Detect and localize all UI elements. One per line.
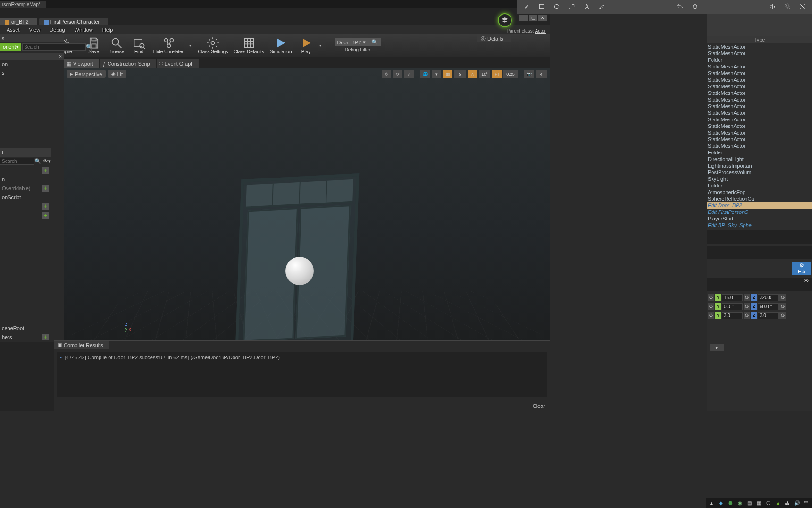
outliner-item[interactable]: StaticMeshActor bbox=[707, 110, 812, 116]
simulation-button[interactable]: Simulation bbox=[267, 35, 295, 55]
square-icon[interactable] bbox=[538, 3, 545, 11]
tray-icon[interactable]: ⬣ bbox=[728, 500, 733, 506]
add-variable-button[interactable]: + bbox=[42, 212, 49, 219]
rotation-y-input[interactable] bbox=[722, 303, 743, 310]
compiler-results-tab[interactable]: ▣Compiler Results bbox=[54, 341, 109, 349]
outliner-item[interactable]: Folder bbox=[707, 182, 812, 189]
tray-icon[interactable]: ⬡ bbox=[766, 500, 771, 506]
minimize-button[interactable]: — bbox=[519, 15, 528, 21]
column-header-type[interactable]: Type bbox=[707, 36, 812, 43]
tray-network-icon[interactable]: 🖧 bbox=[785, 500, 790, 506]
transform-move-button[interactable]: ✥ bbox=[382, 70, 391, 78]
search-icon[interactable]: 🔍 bbox=[34, 158, 41, 164]
add-dispatcher-button[interactable]: + bbox=[42, 334, 49, 340]
outliner-item[interactable]: StaticMeshActor bbox=[707, 76, 812, 83]
location-z-input[interactable] bbox=[758, 294, 779, 301]
add-macro-button[interactable]: + bbox=[42, 203, 49, 210]
dispatchers-header[interactable]: hers+ bbox=[0, 332, 51, 342]
menu-asset[interactable]: Asset bbox=[2, 26, 25, 34]
outliner-item[interactable]: StaticMeshActor bbox=[707, 129, 812, 136]
speaker-icon[interactable] bbox=[769, 3, 776, 11]
outliner-item[interactable]: StaticMeshActor bbox=[707, 116, 812, 123]
pencil-icon[interactable] bbox=[523, 3, 530, 11]
outliner-item[interactable]: StaticMeshActor bbox=[707, 70, 812, 76]
scale-y-input[interactable] bbox=[722, 312, 743, 319]
spinner-icon[interactable]: ⟳ bbox=[708, 294, 714, 301]
trash-icon[interactable] bbox=[691, 3, 699, 11]
outliner-item[interactable]: PostProcessVolum bbox=[707, 169, 812, 176]
scale-snap-toggle[interactable]: ◰ bbox=[492, 70, 502, 78]
play-dropdown[interactable] bbox=[318, 43, 323, 48]
list-item[interactable]: ceneRoot bbox=[0, 324, 51, 332]
text-icon[interactable] bbox=[583, 3, 591, 11]
outliner-item[interactable]: StaticMeshActor bbox=[707, 136, 812, 143]
dropdown-caret[interactable]: ▾ bbox=[710, 344, 724, 351]
tray-icon[interactable]: ◉ bbox=[737, 500, 743, 506]
tray-icon[interactable]: ▤ bbox=[746, 500, 752, 506]
perspective-dropdown[interactable]: ▸Perspective bbox=[67, 70, 106, 78]
grid-snap-value[interactable]: 5 bbox=[454, 70, 466, 78]
hide-dropdown[interactable] bbox=[187, 43, 193, 48]
level-tab[interactable]: rsonExampleMap* bbox=[0, 1, 46, 8]
list-item[interactable]: onScript bbox=[0, 193, 51, 202]
tab-construction-script[interactable]: ƒConstruction Scrip bbox=[100, 59, 156, 68]
list-item[interactable]: n bbox=[0, 175, 51, 184]
panel-subtab[interactable]: t bbox=[0, 148, 51, 157]
class-settings-button[interactable]: Class Settings bbox=[195, 35, 231, 55]
debug-filter-dropdown[interactable]: Door_BP2▾🔍 bbox=[335, 38, 381, 46]
camera-speed-value[interactable]: 4 bbox=[536, 70, 547, 78]
tab-firstpersoncharacter[interactable]: FirstPersonCharacter bbox=[39, 18, 109, 25]
close-icon[interactable]: × bbox=[59, 54, 62, 59]
highlighter-icon[interactable] bbox=[598, 3, 606, 11]
menu-window[interactable]: Window bbox=[70, 26, 98, 34]
outliner-item[interactable]: PlayerStart bbox=[707, 215, 812, 222]
grid-snap-toggle[interactable]: ▦ bbox=[443, 70, 452, 78]
outliner-item[interactable]: StaticMeshActor bbox=[707, 63, 812, 70]
outliner-item[interactable]: DirectionalLight bbox=[707, 156, 812, 162]
add-component-button[interactable]: onent▾ bbox=[0, 43, 21, 51]
parent-class-link[interactable]: Actor bbox=[535, 28, 546, 34]
camera-speed-button[interactable]: 📷 bbox=[524, 70, 534, 78]
menu-view[interactable]: View bbox=[25, 26, 45, 34]
eye-icon[interactable]: 👁▾ bbox=[43, 158, 51, 164]
maximize-button[interactable]: ▢ bbox=[529, 15, 537, 21]
component-search-input[interactable] bbox=[22, 43, 86, 51]
mic-mute-icon[interactable] bbox=[784, 3, 791, 11]
variables-header[interactable]: + bbox=[0, 211, 51, 220]
tab-viewport[interactable]: ▦Viewport bbox=[64, 59, 99, 68]
details-panel-tab[interactable]: 🛈Details bbox=[477, 35, 511, 42]
coord-space-button[interactable]: 🌐 bbox=[420, 70, 430, 78]
outliner-item[interactable]: Folder bbox=[707, 57, 812, 63]
close-button[interactable]: ✕ bbox=[538, 15, 547, 21]
tray-icon[interactable]: ◆ bbox=[718, 500, 724, 506]
clear-button[interactable]: Clear bbox=[533, 403, 545, 409]
location-y-input[interactable] bbox=[722, 294, 743, 301]
outliner-item[interactable]: AtmosphericFog bbox=[707, 189, 812, 195]
angle-snap-value[interactable]: 10° bbox=[479, 70, 490, 78]
arrow-icon[interactable] bbox=[568, 3, 576, 11]
transform-scale-button[interactable]: ⤢ bbox=[404, 70, 414, 78]
outliner-item[interactable]: Folder bbox=[707, 149, 812, 156]
outliner-item[interactable]: StaticMeshActor bbox=[707, 143, 812, 149]
search-icon[interactable]: 🔍 bbox=[371, 39, 378, 45]
circle-icon[interactable] bbox=[553, 3, 561, 11]
browse-button[interactable]: Browse bbox=[105, 35, 128, 55]
angle-snap-toggle[interactable]: △ bbox=[468, 70, 477, 78]
play-button[interactable]: Play bbox=[295, 35, 318, 55]
class-defaults-button[interactable]: Class Defaults bbox=[231, 35, 267, 55]
viewport-3d[interactable]: z y x bbox=[64, 68, 550, 340]
outliner-item[interactable]: StaticMeshActor bbox=[707, 103, 812, 110]
find-button[interactable]: Find bbox=[128, 35, 151, 55]
outliner-item[interactable]: LightmassImportan bbox=[707, 162, 812, 169]
macros-header[interactable]: + bbox=[0, 202, 51, 211]
outliner-item[interactable]: StaticMeshActor bbox=[707, 90, 812, 96]
outliner-item[interactable]: StaticMeshActor bbox=[707, 96, 812, 103]
transform-rotate-button[interactable]: ⟳ bbox=[393, 70, 402, 78]
tray-icon[interactable]: ▦ bbox=[756, 500, 762, 506]
outliner-item[interactable]: Edit BP_Sky_Sphe bbox=[707, 222, 812, 229]
surface-snap-button[interactable]: ▾ bbox=[432, 70, 441, 78]
close-icon[interactable] bbox=[799, 3, 806, 11]
visibility-icon[interactable]: 👁 bbox=[804, 278, 809, 284]
search-icon[interactable]: 🔍 bbox=[86, 44, 92, 50]
edit-blueprint-button[interactable]: ⚙ Edi bbox=[792, 262, 811, 275]
